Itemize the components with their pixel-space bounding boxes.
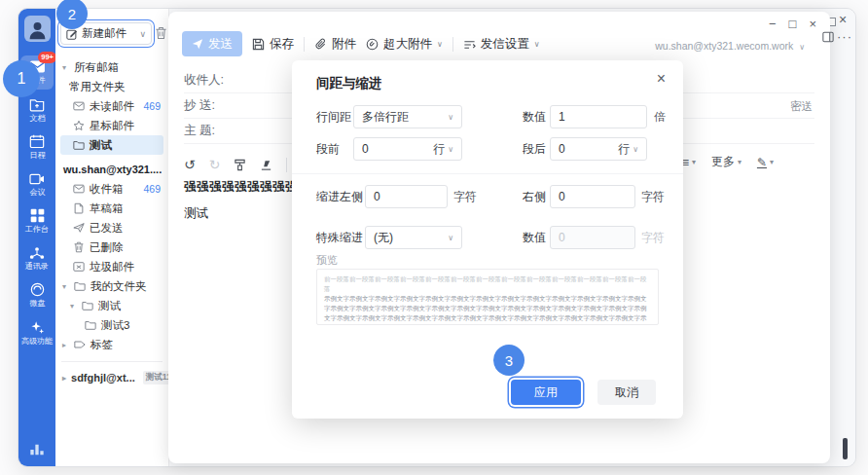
rail-item-stats[interactable]: [29, 443, 45, 457]
rail-item-contacts[interactable]: 通讯录: [20, 242, 54, 275]
rail-item-workbench[interactable]: 工作台: [20, 204, 54, 238]
sidebar-group-common-folders: 常用文件夹: [55, 77, 168, 96]
rail-item-label: 文档: [29, 114, 45, 122]
minimize-button[interactable]: −: [769, 18, 777, 30]
chart-icon: [29, 443, 45, 457]
redo-icon[interactable]: ↻: [209, 158, 221, 171]
before-input[interactable]: [362, 142, 411, 156]
chevron-down-icon: ∨: [448, 234, 453, 242]
more-format-button[interactable]: 更多 ▾: [711, 154, 741, 170]
inbox-count: 469: [143, 183, 161, 195]
sidebar-item-my-folder-test3[interactable]: 测试3: [55, 315, 168, 335]
send-label: 发送: [208, 36, 233, 53]
sidebar-account-primary[interactable]: wu.shan@xty321....: [55, 160, 168, 179]
large-attachment-icon: [366, 38, 379, 51]
send-settings-button[interactable]: 发信设置 ∨: [463, 36, 540, 53]
cancel-button[interactable]: 取消: [597, 380, 656, 405]
rail-item-label: 会议: [29, 188, 45, 196]
account-email: wu.shan@xty321.wecom.work: [655, 40, 793, 52]
new-mail-label: 新建邮件: [82, 26, 127, 41]
after-input[interactable]: [559, 142, 597, 156]
rail-item-docs[interactable]: 文档: [20, 93, 54, 128]
indent-left-input[interactable]: [374, 190, 439, 203]
sidebar-item-drafts[interactable]: 草稿箱: [55, 199, 168, 218]
reading-pane-icon[interactable]: [822, 31, 834, 43]
toolbar-divider: [286, 158, 287, 172]
dialog-title: 间距与缩进: [316, 75, 382, 92]
sidebar-item-junk[interactable]: 垃圾邮件: [55, 257, 168, 276]
rail-item-calendar[interactable]: 日程: [20, 130, 54, 164]
send-button[interactable]: 发送: [182, 31, 242, 56]
sidebar-item-inbox[interactable]: 收件箱 469: [55, 179, 168, 199]
rail-item-meeting[interactable]: 会议: [20, 168, 54, 201]
large-attachment-label: 超大附件: [383, 36, 432, 53]
list-format-button[interactable]: ≡ ▾: [682, 156, 696, 169]
toolbar-divider: [304, 37, 305, 52]
account-switcher[interactable]: wu.shan@xty321.wecom.work ∨: [655, 40, 805, 52]
folder-label: 已删除: [90, 240, 124, 255]
large-attachment-button[interactable]: 超大附件 ∨: [366, 36, 443, 53]
sidebar-item-my-folder-test[interactable]: ▾ 测试: [55, 296, 168, 315]
sidebar-account-secondary[interactable]: ▸ sdfghjl@xt... 测试111: [55, 368, 168, 387]
undo-icon[interactable]: ↺: [184, 158, 196, 171]
tag-icon: [74, 339, 86, 350]
chevron-down-icon: ∨: [799, 43, 805, 52]
folder-label: 我的文件夹: [90, 279, 147, 294]
rail-item-label: 日程: [29, 151, 45, 159]
delete-button[interactable]: [155, 26, 167, 40]
cc-label: 抄 送:: [184, 97, 215, 114]
sidebar-item-tags[interactable]: ▸ 标签: [55, 335, 168, 354]
calendar-icon: [29, 134, 45, 149]
caret-right-icon: ▸: [62, 341, 69, 349]
maximize-button[interactable]: □: [789, 18, 797, 30]
close-button[interactable]: ×: [809, 18, 816, 30]
indent-right-input-wrap: [550, 185, 635, 208]
format-painter-icon[interactable]: [234, 159, 246, 171]
chevron-down-icon: ∨: [437, 40, 443, 49]
sidebar-item-my-folders[interactable]: ▾ 我的文件夹: [55, 276, 168, 296]
preview-label: 预览: [316, 253, 338, 268]
before-label: 段前: [316, 138, 340, 160]
attachment-button[interactable]: 附件: [314, 36, 356, 53]
grid-icon: [30, 208, 45, 223]
sidebar-item-deleted[interactable]: 已删除: [55, 238, 168, 257]
sidebar-item-all-mailboxes[interactable]: ▾ 所有邮箱: [55, 57, 168, 77]
spacing-indent-dialog: 间距与缩进 × 行间距 多倍行距 ∨ 数值 倍 段前 行 ∨ 段后 行 ∨: [292, 60, 683, 419]
caret-down-icon: ▾: [62, 282, 69, 291]
more-options-icon[interactable]: ···: [837, 29, 852, 44]
sidebar-item-test-folder[interactable]: 测试: [60, 135, 163, 155]
chevron-down-icon: ∨: [139, 29, 146, 39]
preview-box: 前一段落前一段落前一段落前一段落前一段落前一段落前一段落前一段落前一段落前一段落…: [316, 269, 659, 325]
save-button[interactable]: 保存: [252, 36, 294, 53]
account-label: sdfghjl@xt...: [71, 372, 135, 384]
special-indent-value: (无): [374, 230, 393, 246]
indent-right-input[interactable]: [559, 190, 627, 203]
value-input[interactable]: [559, 110, 638, 124]
unread-count: 469: [143, 100, 161, 112]
line-spacing-select[interactable]: 多倍行距 ∨: [353, 105, 462, 128]
sidebar-item-starred[interactable]: 星标邮件: [55, 116, 168, 135]
user-avatar[interactable]: [24, 16, 51, 42]
rail-item-advanced[interactable]: 高级功能: [20, 316, 54, 350]
sidebar-item-sent[interactable]: 已发送: [55, 218, 168, 238]
special-value-input[interactable]: [559, 231, 627, 244]
scrollbar-thumb[interactable]: [843, 438, 848, 459]
special-indent-select[interactable]: (无) ∨: [365, 226, 462, 249]
value-unit: 倍: [654, 105, 666, 128]
sidebar-item-unread[interactable]: 未读邮件 469: [55, 96, 168, 116]
signature-button[interactable]: ✎ ▾: [757, 156, 774, 169]
junk-mail-icon: [73, 261, 85, 273]
folder-label: 垃圾邮件: [90, 260, 134, 274]
apply-button[interactable]: 应用: [511, 380, 581, 405]
dialog-buttons: 应用 取消: [292, 378, 683, 405]
clear-format-icon[interactable]: [260, 159, 272, 171]
rail-item-drive[interactable]: 微盘: [20, 278, 54, 312]
bcc-link[interactable]: 密送: [790, 99, 813, 114]
before-unit-select[interactable]: 行 ∨: [433, 141, 453, 158]
attachment-label: 附件: [332, 36, 356, 53]
rail-item-label: 高级功能: [21, 337, 53, 345]
dialog-close-icon[interactable]: ×: [657, 70, 666, 88]
background-close-button[interactable]: ×: [839, 12, 847, 27]
screen: 99+ 邮件 文档 日程: [0, 0, 868, 475]
after-unit-select[interactable]: 行 ∨: [618, 141, 638, 158]
